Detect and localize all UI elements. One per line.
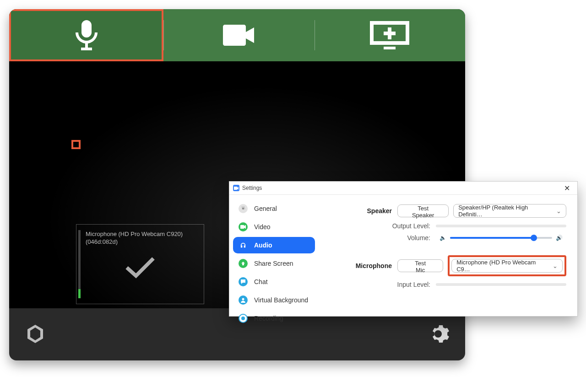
person-icon	[239, 295, 248, 305]
tab-share-screen[interactable]	[315, 9, 465, 61]
nav-video[interactable]: Video	[233, 219, 315, 235]
mic-option-label: Microphone (HD Pro Webcam C920) (046d:08…	[76, 225, 204, 250]
nav-audio[interactable]: Audio	[233, 237, 315, 253]
nav-label: Video	[254, 223, 271, 231]
nav-label: Virtual Background	[254, 296, 308, 304]
checkmark-icon	[76, 256, 204, 280]
nav-label: Share Screen	[254, 260, 293, 267]
headphones-icon	[239, 241, 248, 250]
nav-virtual-background[interactable]: Virtual Background	[233, 292, 315, 308]
close-button[interactable]: ✕	[560, 184, 574, 193]
svg-point-1	[242, 298, 244, 301]
speaker-device-select[interactable]: Speaker/HP (Realtek High Definiti… ⌄	[453, 204, 566, 218]
test-speaker-button[interactable]: Test Speaker	[397, 204, 449, 217]
mic-level-bar	[78, 230, 81, 298]
gear-icon	[427, 322, 450, 345]
input-level-label: Input Level:	[339, 281, 430, 288]
zoom-settings-window: Settings ✕ General Video Audio Share Scr…	[229, 181, 578, 317]
nav-recording[interactable]: Recording	[233, 310, 315, 327]
output-level-meter	[436, 225, 566, 227]
nav-label: Audio	[254, 242, 272, 249]
microphone-device-select[interactable]: Microphone (HD Pro Webcam C9… ⌄	[451, 259, 563, 273]
volume-low-icon: 🔈	[440, 235, 446, 241]
settings-gear-button[interactable]	[427, 322, 450, 347]
test-mic-button[interactable]: Test Mic	[397, 259, 443, 272]
settings-titlebar: Settings ✕	[229, 182, 577, 195]
nav-share-screen[interactable]: Share Screen	[233, 255, 315, 272]
nav-general[interactable]: General	[233, 200, 315, 217]
chevron-down-icon: ⌄	[553, 263, 558, 269]
nav-chat[interactable]: Chat	[233, 274, 315, 290]
mic-option-hd-pro-webcam[interactable]: Microphone (HD Pro Webcam C920) (046d:08…	[76, 224, 204, 304]
mic-select-highlight: Microphone (HD Pro Webcam C9… ⌄	[448, 255, 566, 276]
speaker-volume-slider[interactable]	[450, 237, 552, 239]
chat-bubble-icon	[239, 277, 248, 286]
tab-audio[interactable]	[9, 9, 163, 61]
video-small-icon	[239, 222, 248, 231]
settings-audio-panel: Speaker Test Speaker Speaker/HP (Realtek…	[319, 195, 577, 317]
settings-sidebar: General Video Audio Share Screen Chat Vi…	[229, 195, 319, 317]
record-dot-icon	[239, 314, 248, 323]
output-level-label: Output Level:	[339, 222, 430, 230]
tab-video[interactable]	[163, 9, 314, 61]
volume-label: Volume:	[339, 234, 430, 242]
speaker-selected-value: Speaker/HP (Realtek High Definiti…	[458, 204, 552, 218]
microphone-selected-value: Microphone (HD Pro Webcam C9…	[456, 259, 548, 273]
zoom-app-icon	[233, 185, 239, 191]
nav-label: Chat	[254, 278, 268, 285]
speaker-label: Speaker	[339, 207, 392, 215]
nav-label: Recording	[254, 315, 283, 322]
gear-small-icon	[239, 204, 248, 213]
screen-plus-icon	[370, 21, 409, 49]
share-arrow-icon	[239, 259, 248, 268]
mic-card-1-highlight: Microphone (HD Pro Webcam C920) (046d:08…	[71, 140, 81, 149]
app-logo-icon	[25, 323, 46, 346]
input-level-meter	[436, 283, 566, 286]
nav-label: General	[254, 205, 277, 212]
microphone-label: Microphone	[339, 262, 392, 269]
mode-tabbar	[9, 9, 465, 61]
microphone-icon	[75, 20, 98, 50]
chevron-down-icon: ⌄	[556, 208, 561, 215]
close-icon: ✕	[564, 184, 570, 192]
settings-title: Settings	[242, 185, 262, 191]
volume-high-icon: 🔊	[556, 235, 563, 241]
video-camera-icon	[223, 25, 255, 46]
